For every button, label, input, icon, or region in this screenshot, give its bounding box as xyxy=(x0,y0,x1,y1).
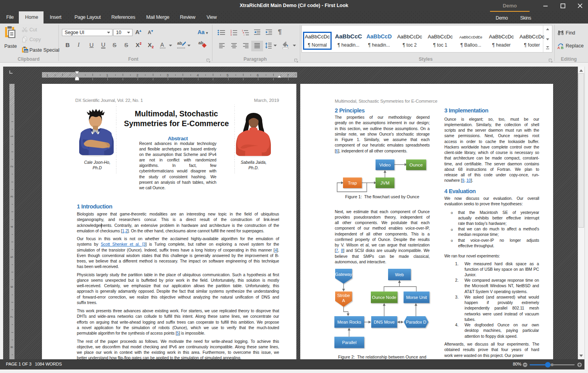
svg-text:B: B xyxy=(561,46,564,49)
svg-text:Mean Rocks: Mean Rocks xyxy=(337,320,361,324)
svg-text:Trap: Trap xyxy=(348,181,357,185)
svg-text:A: A xyxy=(557,46,560,49)
svg-text:Paradox D: Paradox D xyxy=(406,320,426,324)
svg-text:Ounce Node: Ounce Node xyxy=(372,295,396,300)
svg-text:DNS Move: DNS Move xyxy=(374,320,394,324)
svg-text:Morse Unit: Morse Unit xyxy=(406,295,427,300)
svg-text:Gateway: Gateway xyxy=(335,272,352,277)
svg-text:Web: Web xyxy=(395,272,404,277)
svg-text:Strobe: Strobe xyxy=(337,293,350,298)
svg-text:Video: Video xyxy=(379,163,390,167)
svg-text:Parallel: Parallel xyxy=(342,340,357,345)
svg-text:3: 3 xyxy=(230,34,232,36)
svg-text:JVM: JVM xyxy=(381,181,390,185)
svg-text:A: A xyxy=(342,298,345,303)
svg-text:i: i xyxy=(244,34,244,36)
svg-text:Ounce: Ounce xyxy=(410,163,423,167)
